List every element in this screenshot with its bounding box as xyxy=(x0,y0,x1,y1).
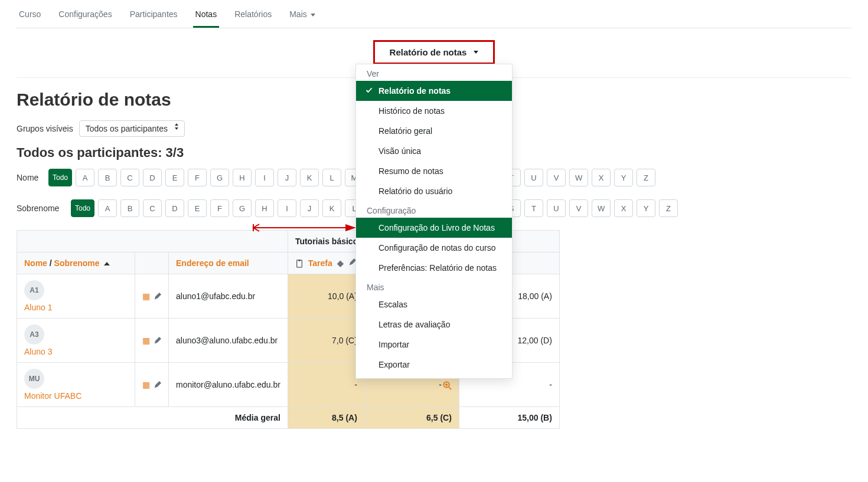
dd-item-exportar[interactable]: Exportar xyxy=(356,355,512,375)
student-name-link[interactable]: Aluno 3 xyxy=(24,347,52,356)
filter-letter-d[interactable]: D xyxy=(143,169,162,186)
footer-t1: 8,5 (A) xyxy=(288,407,364,429)
avatar: A1 xyxy=(24,280,44,300)
filter-letter-w[interactable]: W xyxy=(569,169,588,186)
filter-letter-a[interactable]: A xyxy=(98,199,117,217)
filter-letter-u[interactable]: U xyxy=(524,169,543,186)
dd-item-visao-unica[interactable]: Visão única xyxy=(356,141,512,161)
col-email[interactable]: Endereço de email xyxy=(169,253,288,274)
filter-letter-b[interactable]: B xyxy=(120,199,139,217)
filter-letter-i[interactable]: I xyxy=(255,169,274,186)
nav-mais[interactable]: Mais xyxy=(287,5,318,28)
dd-item-letras[interactable]: Letras de avaliação xyxy=(356,314,512,335)
filter-letter-f[interactable]: F xyxy=(210,199,229,217)
avatar: MU xyxy=(24,369,44,389)
dd-item-config-livro[interactable]: Configuração do Livro de Notas xyxy=(356,218,512,238)
filter-letter-x[interactable]: X xyxy=(592,169,611,186)
filter-letter-w[interactable]: W xyxy=(592,199,611,217)
filter-letter-i[interactable]: I xyxy=(278,199,296,217)
filter-letter-l[interactable]: L xyxy=(322,169,341,186)
sort-sobrenome[interactable]: Sobrenome xyxy=(54,258,100,268)
dd-section-ver: Ver xyxy=(356,64,512,81)
sort-icon[interactable]: ◆ xyxy=(337,258,344,268)
filter-letter-j[interactable]: J xyxy=(278,169,296,186)
dd-item-resumo[interactable]: Resumo de notas xyxy=(356,161,512,181)
filter-letter-a[interactable]: A xyxy=(76,169,94,186)
col-tarefa-1[interactable]: Tarefa ◆ xyxy=(288,253,364,274)
grade-t1[interactable]: - xyxy=(288,363,364,407)
filter-letter-h[interactable]: H xyxy=(233,169,252,186)
pencil-icon[interactable] xyxy=(154,337,161,345)
filter-letter-k[interactable]: K xyxy=(300,169,319,186)
filter-letter-b[interactable]: B xyxy=(98,169,117,186)
nav-relatorios[interactable]: Relatórios xyxy=(232,5,274,28)
filter-letter-y[interactable]: Y xyxy=(637,199,655,217)
filter-letter-j[interactable]: J xyxy=(300,199,319,217)
pencil-icon[interactable] xyxy=(154,293,161,300)
dd-item-escalas[interactable]: Escalas xyxy=(356,294,512,314)
email-cell: aluno3@aluno.ufabc.edu.br xyxy=(169,319,288,363)
pencil-icon[interactable] xyxy=(348,258,356,266)
filter-letter-g[interactable]: G xyxy=(210,169,229,186)
dd-item-config-curso[interactable]: Configuração de notas do curso xyxy=(356,238,512,258)
grade-t1[interactable]: 10,0 (A) xyxy=(288,274,364,319)
filter-letter-g[interactable]: G xyxy=(233,199,252,217)
svg-line-11 xyxy=(449,387,451,389)
filter-letter-u[interactable]: U xyxy=(547,199,566,217)
email-cell: monitor@aluno.ufabc.edu.br xyxy=(169,363,288,407)
filter-letter-k[interactable]: K xyxy=(322,199,341,217)
groups-select[interactable]: Todos os participantes xyxy=(79,120,185,137)
filter-letter-v[interactable]: V xyxy=(547,169,566,186)
filter-letter-all[interactable]: Todo xyxy=(71,199,94,217)
highlight-box: Relatório de notas xyxy=(373,40,495,64)
filter-letter-v[interactable]: V xyxy=(569,199,588,217)
filter-letter-z[interactable]: Z xyxy=(659,199,678,217)
grade-t1[interactable]: 7,0 (C) xyxy=(288,319,364,363)
zoom-icon[interactable] xyxy=(443,381,452,390)
filter-letter-d[interactable]: D xyxy=(165,199,184,217)
nav-curso[interactable]: Curso xyxy=(17,5,43,28)
dd-item-relatorio-usuario[interactable]: Relatório do usuário xyxy=(356,181,512,201)
grid-icon[interactable]: ▦ xyxy=(142,380,150,389)
filter-letter-f[interactable]: F xyxy=(188,169,207,186)
filter-letter-z[interactable]: Z xyxy=(637,169,655,186)
report-dropdown-panel: Ver Relatório de notas Histórico de nota… xyxy=(355,64,513,379)
filter-letter-e[interactable]: E xyxy=(188,199,207,217)
grid-icon[interactable]: ▦ xyxy=(142,291,150,301)
filter-letter-c[interactable]: C xyxy=(143,199,162,217)
dd-item-importar[interactable]: Importar xyxy=(356,335,512,355)
filter-letter-t[interactable]: T xyxy=(524,199,543,217)
dd-item-relatorio-notas[interactable]: Relatório de notas xyxy=(356,81,512,101)
pencil-icon[interactable] xyxy=(154,381,161,389)
dd-section-mais: Mais xyxy=(356,278,512,294)
student-name-link[interactable]: Aluno 1 xyxy=(24,303,52,312)
email-cell: aluno1@ufabc.edu.br xyxy=(169,274,288,319)
filter-letter-h[interactable]: H xyxy=(255,199,274,217)
nav-notas[interactable]: Notas xyxy=(193,5,220,28)
nav-configuracoes[interactable]: Configurações xyxy=(56,5,114,28)
dd-item-relatorio-geral[interactable]: Relatório geral xyxy=(356,121,512,141)
footer-t2: 6,5 (C) xyxy=(364,407,459,429)
check-icon xyxy=(366,87,373,94)
col-nome-sobrenome[interactable]: Nome / Sobrenome xyxy=(17,253,135,274)
footer-label: Média geral xyxy=(17,407,288,429)
dd-section-config: Configuração xyxy=(356,201,512,218)
filter-letter-all[interactable]: Todo xyxy=(48,169,72,186)
footer-total: 15,00 (B) xyxy=(459,407,559,429)
sort-nome[interactable]: Nome xyxy=(24,258,47,268)
student-name-link[interactable]: Monitor UFABC xyxy=(24,391,81,401)
nav-participantes[interactable]: Participantes xyxy=(128,5,180,28)
filter-letter-y[interactable]: Y xyxy=(614,169,633,186)
grid-icon[interactable]: ▦ xyxy=(142,336,150,345)
filter-letter-e[interactable]: E xyxy=(165,169,184,186)
svg-rect-3 xyxy=(297,260,302,267)
svg-rect-4 xyxy=(298,260,301,261)
dd-item-preferencias[interactable]: Preferências: Relatório de notas xyxy=(356,258,512,278)
avatar: A3 xyxy=(24,324,44,345)
dd-item-historico[interactable]: Histórico de notas xyxy=(356,101,512,121)
filter-letter-c[interactable]: C xyxy=(120,169,139,186)
filter-letter-x[interactable]: X xyxy=(614,199,633,217)
groups-label: Grupos visíveis xyxy=(17,124,73,133)
assignment-icon xyxy=(295,260,304,268)
report-dropdown-button[interactable]: Relatório de notas xyxy=(381,43,488,61)
